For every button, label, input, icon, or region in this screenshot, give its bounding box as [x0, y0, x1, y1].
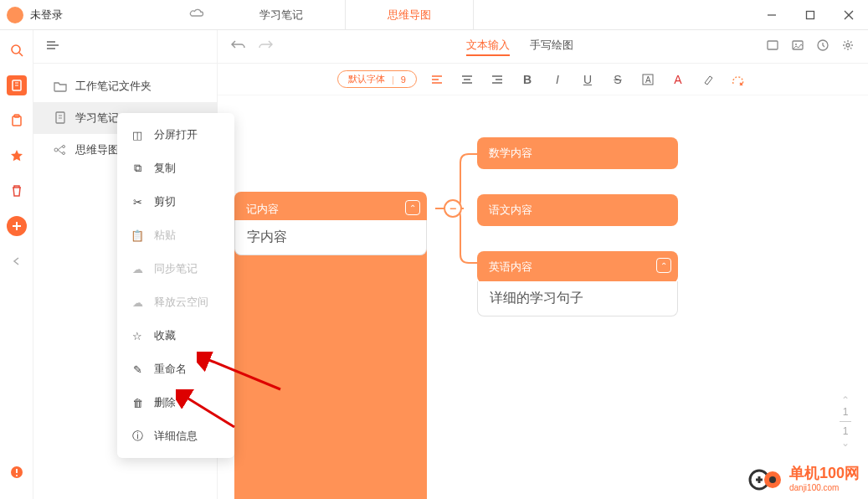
input-mode-tabs: 文本输入 手写绘图 [466, 38, 573, 56]
svg-point-15 [16, 475, 18, 476]
ctx-favorite[interactable]: ☆收藏 [117, 319, 234, 352]
add-button[interactable] [7, 216, 27, 236]
node-joint-icon[interactable]: − [444, 199, 462, 218]
svg-point-23 [63, 146, 65, 148]
svg-text:A: A [645, 75, 651, 85]
page-down-icon[interactable]: ⌄ [840, 437, 851, 449]
text-color-icon[interactable]: A [668, 69, 688, 90]
mindmap-child-english[interactable]: 英语内容 ⌃ [477, 251, 678, 283]
watermark-domain: danji100.com [789, 483, 860, 492]
star-icon[interactable] [7, 146, 27, 166]
mindmap-child-english-detail[interactable]: 详细的学习句子 [477, 281, 678, 316]
node-detail-text: 详细的学习句子 [490, 291, 583, 305]
svg-line-44 [184, 396, 234, 427]
window-controls [752, 0, 868, 30]
toolbar-right [766, 39, 855, 55]
trash-icon[interactable] [7, 181, 27, 201]
svg-point-29 [795, 44, 797, 45]
document-tabs: 学习笔记 思维导图 [218, 0, 752, 29]
search-icon[interactable] [7, 40, 27, 60]
mode-handwrite[interactable]: 手写绘图 [530, 38, 573, 56]
svg-point-22 [54, 148, 58, 152]
page-total: 1 [840, 425, 851, 437]
login-status[interactable]: 未登录 [30, 8, 63, 23]
tree-folder-work[interactable]: 工作笔记文件夹 [33, 70, 217, 102]
ctx-release-cloud: ☁释放云空间 [117, 286, 234, 319]
content-area: 文本输入 手写绘图 默认字体 | 9 B I U S A [218, 30, 868, 499]
close-button[interactable] [829, 0, 868, 30]
align-left-icon[interactable] [427, 69, 447, 90]
note-icon [54, 111, 67, 125]
mode-text-input[interactable]: 文本输入 [466, 38, 510, 56]
page-current: 1 [840, 406, 851, 418]
font-name: 默认字体 [348, 73, 385, 85]
svg-point-47 [769, 476, 776, 483]
undo-icon[interactable] [231, 39, 246, 55]
collapse-icon[interactable]: ⌃ [405, 200, 420, 215]
tab-mindmap[interactable]: 思维导图 [345, 0, 474, 29]
clock-icon[interactable] [816, 39, 829, 55]
align-right-icon[interactable] [487, 69, 507, 90]
list-toggle-icon[interactable] [45, 39, 60, 54]
sidebar-header [33, 30, 217, 64]
cloud-release-icon: ☁ [131, 296, 144, 309]
clear-format-icon[interactable] [728, 69, 748, 90]
image-icon[interactable] [791, 39, 804, 55]
watermark: 单机100网 danji100.com [747, 463, 860, 492]
notes-icon[interactable] [7, 75, 27, 95]
collapse-sidebar-icon[interactable] [7, 251, 27, 271]
watermark-brand: 单机100网 [789, 465, 860, 481]
annotation-arrow-2 [176, 389, 243, 431]
folder-icon [54, 80, 67, 93]
ctx-copy[interactable]: ⧉复制 [117, 152, 234, 185]
left-iconbar [0, 30, 33, 499]
page-indicator: ⌃ 1 1 ⌄ [840, 394, 851, 449]
cloud-icon[interactable] [189, 8, 204, 23]
annotation-arrow-1 [197, 352, 289, 394]
svg-line-5 [19, 53, 23, 56]
mindmap-root-detail[interactable]: 字内容 [234, 220, 427, 255]
mindmap-child-math[interactable]: 数学内容 [477, 137, 678, 169]
node-detail-text: 字内容 [247, 229, 287, 244]
underline-icon[interactable]: U [578, 69, 598, 90]
node-title: 英语内容 [489, 260, 532, 273]
alert-icon[interactable] [7, 462, 27, 482]
ctx-cut[interactable]: ✂剪切 [117, 185, 234, 219]
svg-point-31 [846, 44, 850, 47]
mindmap-icon [54, 143, 67, 157]
tab-study-notes[interactable]: 学习笔记 [218, 0, 345, 29]
italic-icon[interactable]: I [547, 69, 568, 90]
svg-rect-1 [807, 11, 814, 18]
font-selector[interactable]: 默认字体 | 9 [337, 70, 417, 88]
clipboard-icon[interactable] [7, 111, 27, 131]
titlebar-left: 未登录 [0, 7, 218, 23]
bold-icon[interactable]: B [517, 69, 537, 90]
svg-rect-27 [768, 41, 778, 49]
edit-icon: ✎ [131, 363, 144, 376]
align-center-icon[interactable] [457, 69, 477, 90]
card-icon[interactable] [766, 39, 779, 55]
minimize-button[interactable] [752, 0, 791, 30]
mindmap-canvas[interactable]: 记内容 ⌃ 字内容 − 数学内容 语文内容 英语内容 ⌃ 详细的学习句子 [218, 95, 868, 499]
info-icon: ⓘ [131, 429, 144, 444]
ctx-split-open[interactable]: ◫分屏打开 [117, 118, 234, 152]
strike-icon[interactable]: S [608, 69, 628, 90]
settings-icon[interactable] [841, 39, 855, 55]
collapse-icon[interactable]: ⌃ [656, 258, 671, 273]
text-box-icon[interactable]: A [638, 69, 658, 90]
editor-toolbar: 文本输入 手写绘图 [218, 30, 868, 64]
tree-label: 工作笔记文件夹 [75, 79, 152, 94]
app-logo[interactable] [7, 7, 23, 23]
mindmap-child-chinese[interactable]: 语文内容 [477, 194, 678, 226]
svg-line-43 [205, 358, 280, 389]
copy-icon: ⧉ [131, 162, 144, 175]
maximize-button[interactable] [791, 0, 829, 30]
ctx-sync: ☁同步笔记 [117, 252, 234, 286]
svg-point-24 [63, 152, 65, 155]
redo-icon[interactable] [258, 39, 273, 55]
split-icon: ◫ [131, 129, 144, 141]
highlight-icon[interactable] [698, 69, 718, 90]
node-title: 语文内容 [489, 203, 532, 216]
tree-label: 学习笔记 [75, 111, 119, 126]
page-up-icon[interactable]: ⌃ [840, 394, 851, 406]
